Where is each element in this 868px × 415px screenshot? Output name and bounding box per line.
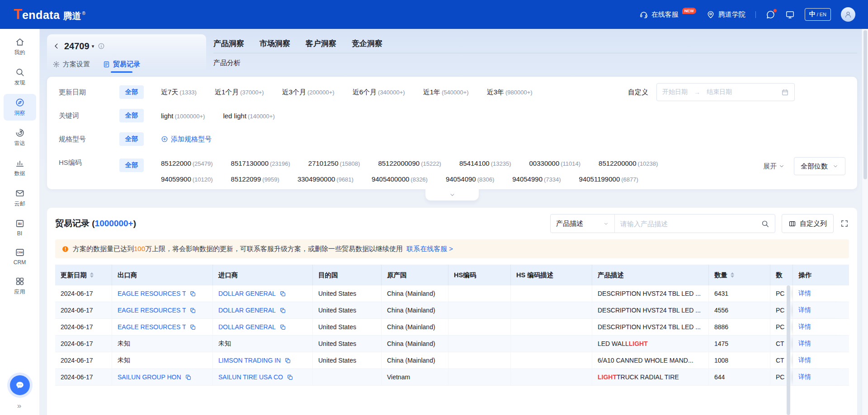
search-button[interactable] xyxy=(755,219,775,228)
detail-link[interactable]: 详情 xyxy=(798,356,811,364)
detail-link[interactable]: 详情 xyxy=(798,306,811,314)
detail-link[interactable]: 详情 xyxy=(798,373,811,381)
sidebar-item-radar[interactable]: 雷达 xyxy=(4,124,36,151)
academy-button[interactable]: 腾道学院 xyxy=(706,10,745,19)
hs-expand-button[interactable]: 展开 xyxy=(763,162,785,171)
filter-collapse-button[interactable] xyxy=(425,189,479,201)
back-button[interactable] xyxy=(52,42,61,50)
sort-desc-icon[interactable] xyxy=(90,275,94,278)
sidebar-item-crm[interactable]: CRMCRM xyxy=(4,244,36,269)
start-date-placeholder[interactable]: 开始日期 xyxy=(662,88,688,96)
company-link[interactable]: SAILUN TIRE USA CO xyxy=(218,373,283,381)
sidebar-item-bi[interactable]: BIBI xyxy=(4,215,36,240)
copy-icon[interactable] xyxy=(287,374,293,381)
filter-option[interactable]: 9405400000(8326) xyxy=(372,175,428,183)
filter-option[interactable]: 94054990(7334) xyxy=(512,175,561,183)
hs-digits-select[interactable]: 全部位数 xyxy=(794,157,845,175)
sidebar-item-mail[interactable]: 云邮 xyxy=(4,185,36,211)
filter-option[interactable]: 3304990000(9681) xyxy=(297,175,354,183)
col-header-quantity[interactable]: 数量 xyxy=(709,265,770,285)
add-spec-button[interactable]: 添加规格型号 xyxy=(161,135,212,144)
sort-desc-icon[interactable] xyxy=(731,275,734,278)
table-scrollbar[interactable] xyxy=(787,285,790,415)
copy-icon[interactable] xyxy=(279,324,286,331)
subtab-trade-records[interactable]: 贸易记录 xyxy=(103,60,140,69)
tab-product-analysis[interactable]: 产品分析 xyxy=(213,59,241,67)
sidebar-expand[interactable]: » xyxy=(17,401,22,410)
sidebar-item-discover[interactable]: 发现 xyxy=(4,64,36,90)
copy-icon[interactable] xyxy=(185,374,192,381)
filter-all-chip[interactable]: 全部 xyxy=(119,132,144,146)
filter-option[interactable]: 近3年(980000+) xyxy=(487,88,533,97)
search-icon[interactable] xyxy=(761,219,769,228)
plan-dropdown-caret[interactable]: ▾ xyxy=(92,43,94,49)
detail-link[interactable]: 详情 xyxy=(798,323,811,331)
product-desc-search-input[interactable] xyxy=(615,214,755,233)
sort-asc-icon[interactable] xyxy=(731,272,734,275)
filter-option[interactable]: 85122000090(15222) xyxy=(378,159,441,167)
company-link[interactable]: EAGLE RESOURCES T xyxy=(118,307,186,314)
sidebar-item-apps[interactable]: 应用 xyxy=(4,273,36,299)
filter-option[interactable]: 27101250(15808) xyxy=(308,159,360,167)
message-button[interactable] xyxy=(766,10,775,19)
filter-option[interactable]: led light(140000+) xyxy=(223,112,274,120)
chat-fab[interactable] xyxy=(10,375,30,395)
filter-option[interactable]: 近1年(540000+) xyxy=(423,88,469,97)
sidebar-item-insight[interactable]: 洞察 xyxy=(4,94,36,121)
filter-option[interactable]: 94059900(10120) xyxy=(161,175,213,183)
filter-option[interactable]: 94051199000(6877) xyxy=(579,175,638,183)
detail-link[interactable]: 详情 xyxy=(798,340,811,348)
filter-all-chip[interactable]: 全部 xyxy=(119,109,144,122)
sidebar-item-data[interactable]: 数据 xyxy=(4,154,36,181)
tab-customer-insight[interactable]: 客户洞察 xyxy=(306,38,336,49)
sort-asc-icon[interactable] xyxy=(90,272,94,275)
filter-option[interactable]: 85414100(13235) xyxy=(459,159,511,167)
company-link[interactable]: DOLLAR GENERAL xyxy=(218,323,276,331)
sort-control[interactable] xyxy=(90,272,94,278)
filter-option[interactable]: 近6个月(340000+) xyxy=(353,88,405,97)
filter-all-chip[interactable]: 全部 xyxy=(119,159,144,172)
filter-option[interactable]: 00330000(11014) xyxy=(529,159,581,167)
detail-link[interactable]: 详情 xyxy=(798,289,811,298)
page-scrollbar[interactable] xyxy=(862,29,868,415)
date-range-picker[interactable]: 开始日期 → 结束日期 xyxy=(656,83,795,101)
tab-market-insight[interactable]: 市场洞察 xyxy=(259,38,290,49)
online-service-button[interactable]: 在线客服 NEW xyxy=(639,10,696,19)
custom-columns-button[interactable]: 自定义列 xyxy=(782,214,834,233)
filter-option[interactable]: 8517130000(23196) xyxy=(231,159,290,167)
contact-service-link[interactable]: 联系在线客服 > xyxy=(406,245,453,252)
page-scrollbar-thumb[interactable] xyxy=(863,30,867,179)
fullscreen-button[interactable] xyxy=(840,219,849,228)
filter-option[interactable]: light(1000000+) xyxy=(161,112,205,120)
copy-icon[interactable] xyxy=(279,307,286,314)
language-toggle[interactable]: 中 / EN xyxy=(805,8,831,21)
filter-option[interactable]: 85122099(9959) xyxy=(231,175,279,183)
copy-icon[interactable] xyxy=(284,357,291,364)
workspace-button[interactable] xyxy=(785,10,795,19)
table-scrollbar-thumb[interactable] xyxy=(787,285,790,415)
filter-option[interactable]: 近3个月(200000+) xyxy=(282,88,335,97)
company-link[interactable]: EAGLE RESOURCES T xyxy=(118,323,186,331)
copy-icon[interactable] xyxy=(189,307,196,314)
avatar[interactable] xyxy=(841,7,855,22)
sidebar-item-my[interactable]: 我的 xyxy=(4,33,36,60)
plan-info-button[interactable] xyxy=(98,42,105,50)
tendata-logo[interactable]: Tendata 腾道 ® xyxy=(14,7,85,22)
custom-date-label[interactable]: 自定义 xyxy=(628,88,648,97)
copy-icon[interactable] xyxy=(279,290,286,297)
filter-option[interactable]: 85122000(25479) xyxy=(161,159,213,167)
copy-icon[interactable] xyxy=(189,324,196,331)
company-link[interactable]: LIMSON TRADING IN xyxy=(218,357,281,364)
filter-option[interactable]: 近7天(1333) xyxy=(161,88,197,97)
plan-id[interactable]: 24709 xyxy=(64,41,90,51)
tab-product-insight[interactable]: 产品洞察 xyxy=(213,38,244,49)
copy-icon[interactable] xyxy=(189,290,196,297)
fullscreen-icon[interactable] xyxy=(840,219,849,228)
filter-option[interactable]: 近1个月(37000+) xyxy=(215,88,264,97)
company-link[interactable]: EAGLE RESOURCES T xyxy=(118,290,186,297)
sort-control[interactable] xyxy=(731,272,734,278)
col-header-update-date[interactable]: 更新日期 xyxy=(55,265,112,285)
filter-option[interactable]: 8512200000(10238) xyxy=(599,159,658,167)
search-field-select[interactable]: 产品描述 xyxy=(551,214,615,233)
tab-competitor-insight[interactable]: 竞企洞察 xyxy=(352,38,382,49)
